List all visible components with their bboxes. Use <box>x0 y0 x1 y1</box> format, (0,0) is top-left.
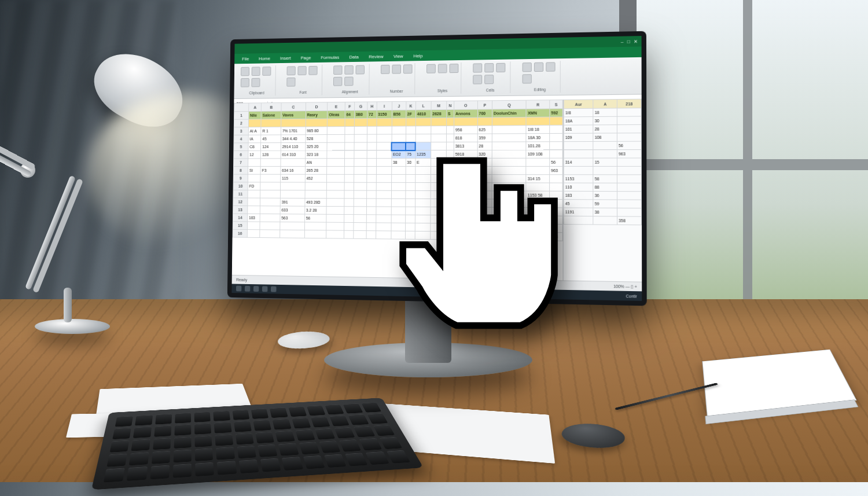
cell[interactable] <box>415 118 431 126</box>
cell[interactable] <box>354 174 367 182</box>
cell[interactable] <box>354 190 367 199</box>
cell[interactable] <box>280 222 305 230</box>
cell[interactable] <box>345 126 354 134</box>
cell[interactable]: 625 <box>477 126 492 134</box>
cell[interactable] <box>248 206 260 214</box>
ribbon-button-icon[interactable] <box>241 78 249 87</box>
cell[interactable] <box>354 134 367 142</box>
cell[interactable] <box>248 119 261 127</box>
cell[interactable] <box>305 182 327 190</box>
cell[interactable] <box>376 215 391 223</box>
column-header[interactable]: S <box>550 100 562 109</box>
ribbon-button-icon[interactable] <box>252 67 260 76</box>
cell[interactable] <box>261 119 281 127</box>
cell[interactable] <box>354 199 367 207</box>
cell[interactable] <box>367 159 376 167</box>
cell[interactable]: 101.28 <box>526 142 549 150</box>
cell[interactable]: Oleas <box>328 111 345 119</box>
menu-item[interactable]: Home <box>259 56 270 61</box>
cell[interactable] <box>344 230 353 238</box>
cell[interactable]: NIle <box>249 111 262 119</box>
cell[interactable] <box>260 230 280 238</box>
cell[interactable] <box>367 174 376 182</box>
cell[interactable] <box>280 182 305 190</box>
cell[interactable]: 2F <box>406 110 415 118</box>
cell[interactable]: 3B0 <box>354 111 367 119</box>
row-header[interactable]: 3 <box>234 127 248 135</box>
column-header[interactable]: M <box>431 101 447 110</box>
cell[interactable] <box>367 190 376 199</box>
cell[interactable]: F3 <box>260 167 281 175</box>
minimize-icon[interactable]: – <box>621 39 624 44</box>
ribbon-button-icon[interactable] <box>251 78 260 87</box>
cell[interactable]: 3.2 28 <box>304 206 326 214</box>
cell[interactable] <box>367 142 376 150</box>
row-header[interactable]: 14 <box>233 214 247 222</box>
cell[interactable] <box>550 117 562 125</box>
ribbon-button-icon[interactable] <box>484 75 494 84</box>
cell[interactable]: Vavos <box>281 111 306 119</box>
cell[interactable]: B56 <box>392 110 406 118</box>
cell[interactable] <box>376 199 391 207</box>
cell[interactable] <box>366 199 376 207</box>
menu-item[interactable]: View <box>393 53 403 58</box>
cell[interactable] <box>306 119 328 127</box>
cell[interactable] <box>367 150 376 159</box>
start-icon[interactable] <box>236 286 241 292</box>
cell[interactable] <box>327 150 344 159</box>
cell[interactable] <box>248 174 260 182</box>
cell[interactable]: Salone <box>261 111 281 119</box>
row-header[interactable]: 15 <box>233 222 247 230</box>
ribbon-button-icon[interactable] <box>523 74 532 83</box>
cell[interactable] <box>492 117 526 126</box>
column-header[interactable]: K <box>406 101 415 110</box>
cell[interactable]: 493 280 <box>305 198 327 206</box>
close-icon[interactable]: ✕ <box>634 39 638 44</box>
maximize-icon[interactable]: □ <box>627 39 630 44</box>
cell[interactable] <box>328 119 345 127</box>
taskbar-app-icon[interactable] <box>271 286 277 292</box>
ribbon-button-icon[interactable] <box>426 64 436 74</box>
cell[interactable] <box>344 182 354 190</box>
cell[interactable] <box>431 134 447 142</box>
cell[interactable] <box>260 182 281 190</box>
cell[interactable] <box>328 127 345 135</box>
column-header[interactable]: B <box>262 102 281 111</box>
cell[interactable]: 64 <box>345 111 354 119</box>
cell[interactable] <box>376 231 391 239</box>
column-header[interactable]: A <box>249 103 262 112</box>
cell[interactable] <box>376 190 391 199</box>
cell[interactable] <box>366 231 376 239</box>
cell[interactable] <box>354 222 367 230</box>
cell[interactable]: 325 20 <box>306 142 328 150</box>
cell[interactable]: 344 4.40 <box>281 135 305 143</box>
cell[interactable] <box>354 167 367 175</box>
cell[interactable] <box>377 118 392 126</box>
cell[interactable] <box>344 174 354 182</box>
column-header[interactable]: Q <box>492 100 526 109</box>
column-header[interactable]: J <box>392 101 406 110</box>
cell[interactable] <box>345 134 354 142</box>
cell[interactable] <box>260 214 280 222</box>
cell[interactable]: 12 <box>248 150 261 159</box>
cell[interactable] <box>367 126 376 134</box>
ribbon-button-icon[interactable] <box>333 77 342 86</box>
menu-item[interactable]: Review <box>369 54 383 59</box>
cell[interactable] <box>376 142 391 150</box>
cell[interactable] <box>376 174 391 182</box>
cell[interactable] <box>550 133 563 141</box>
cell[interactable] <box>260 159 281 167</box>
cell[interactable]: 452 <box>305 174 327 182</box>
ribbon-button-icon[interactable] <box>262 67 271 76</box>
cell[interactable]: C8 <box>248 143 261 151</box>
cell[interactable]: 183 <box>248 214 260 222</box>
cell[interactable] <box>280 230 305 238</box>
cell[interactable] <box>446 117 454 126</box>
ribbon-button-icon[interactable] <box>438 64 447 73</box>
cell[interactable] <box>431 126 447 134</box>
cell[interactable]: 528 <box>306 135 328 143</box>
cell[interactable] <box>406 134 415 142</box>
cell[interactable] <box>406 126 415 134</box>
column-header[interactable]: R <box>526 100 549 109</box>
ribbon-button-icon[interactable] <box>403 64 413 74</box>
